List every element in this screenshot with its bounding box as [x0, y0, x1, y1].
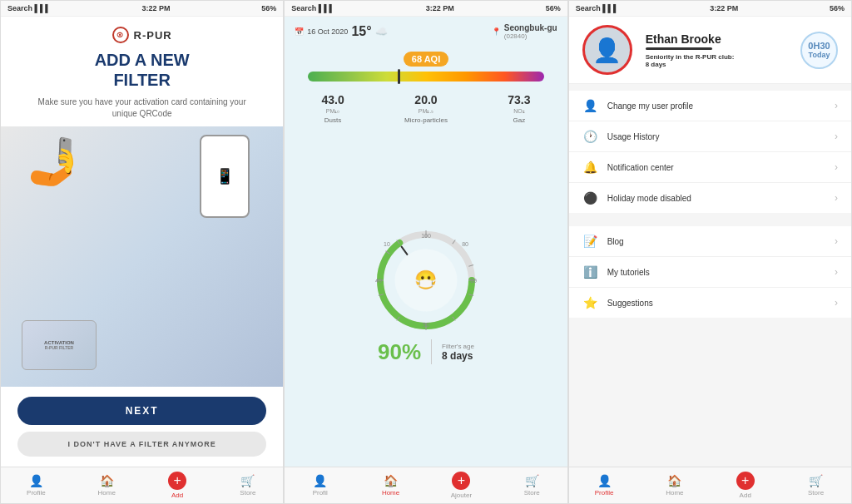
menu-label-tutorials: My tutoriels [607, 268, 826, 277]
nav-add-1[interactable]: + Add [142, 467, 213, 503]
pm10-sub: PM₁₀ [326, 108, 340, 115]
no2-sub: NO₂ [513, 108, 525, 115]
home-icon-3: 🏠 [667, 474, 681, 487]
status-time-1: 3:22 PM [141, 4, 170, 12]
nav-profile-1[interactable]: 👤 Profile [1, 467, 72, 503]
logo-icon: ⦿ [112, 27, 129, 43]
menu-item-tutorials[interactable]: ℹ️ My tutoriels › [569, 257, 851, 288]
usage-history-icon: 🕐 [582, 130, 599, 143]
logo-area: ⦿ R-PUR [112, 17, 172, 50]
gauge-label-right: 60 [470, 277, 477, 283]
no2-label: Gaz [513, 116, 526, 124]
pm25-sub: PM₂.₅ [419, 108, 433, 115]
aqi-badge: 68 AQI [404, 52, 448, 67]
profile-icon-1: 👤 [29, 474, 43, 487]
menu-item-notifications[interactable]: 🔔 Notification center › [569, 152, 851, 183]
weather-right: 📍 Seongbuk-gu (02840) [492, 23, 557, 40]
menu-item-holiday[interactable]: ⚫ Holiday mode disabled › [569, 183, 851, 213]
aqi-container: 68 AQI [285, 47, 567, 86]
filter-divider [431, 339, 432, 364]
holiday-icon: ⚫ [582, 191, 599, 205]
home-icon-1: 🏠 [100, 474, 114, 487]
location-info: Seongbuk-gu (02840) [504, 23, 557, 40]
pm10-label: Dusts [324, 116, 341, 124]
status-right-2: 56% [546, 4, 561, 12]
time-badge: 0H30 Today [800, 32, 838, 69]
next-button[interactable]: NEXT [17, 397, 266, 425]
menu-label-suggestions: Suggestions [607, 299, 826, 308]
store-icon-1: 🛒 [240, 474, 255, 487]
bottom-nav-1: 👤 Profile 🏠 Home + Add 🛒 Store [1, 467, 283, 503]
gauge-label-50: 50 [423, 322, 429, 328]
location-name: Seongbuk-gu [504, 23, 557, 32]
gauge-label-left: 40 [375, 277, 382, 283]
nav-label-add-3: Add [740, 492, 751, 499]
phone-mockup: 📱 [200, 135, 250, 218]
menu-section-2: 📝 Blog › ℹ️ My tutoriels › ⭐ Suggestions… [569, 226, 851, 318]
gauge-area: 😷 100 60 50 40 80 10 90% Filter's age 8 … [285, 127, 567, 467]
filter-illustration: 🤳 ACTIVATION R-PUR FILTER 📱 [1, 126, 283, 387]
status-right-3: 56% [830, 4, 845, 12]
status-left-1: Search ▌▌▌ [7, 4, 51, 12]
status-left-3: Search ▌▌▌ [576, 4, 619, 12]
location-code: (02840) [504, 32, 557, 40]
pm10-value: 43.0 [321, 93, 344, 106]
hand-icon: 🤳 [26, 135, 83, 189]
nav-home-2[interactable]: 🏠 Home [355, 467, 426, 503]
menu-item-blog[interactable]: 📝 Blog › [569, 226, 851, 257]
nav-label-home-3: Home [666, 489, 683, 497]
chevron-icon-2: › [835, 161, 838, 173]
nav-add-2[interactable]: + Ajouter [426, 467, 497, 503]
menu-label-blog: Blog [607, 237, 826, 246]
menu-item-suggestions[interactable]: ⭐ Suggestions › [569, 288, 851, 318]
gauge-svg: 😷 100 60 50 40 80 10 [372, 226, 480, 334]
panel-air-quality: Search ▌▌▌ 3:22 PM 56% 📅 16 Oct 2020 15°… [284, 0, 567, 504]
user-name: Ethan Brooke [646, 32, 787, 46]
profile-bar [646, 47, 712, 50]
chevron-icon-6: › [835, 297, 838, 309]
avatar: 👤 [582, 25, 632, 75]
add-icon-2: + [452, 472, 470, 490]
time-label: Today [809, 51, 830, 59]
seniority-text: Seniority in the R-PUR club: 8 days [646, 53, 787, 68]
pm25-value: 20.0 [414, 93, 437, 106]
panel-profile: Search ▌▌▌ 3:22 PM 56% 👤 Ethan Brooke Se… [568, 0, 852, 504]
menu-item-usage-history[interactable]: 🕐 Usage History › [569, 121, 851, 152]
nav-profile-3[interactable]: 👤 Profile [569, 467, 640, 503]
status-time-2: 3:22 PM [426, 4, 454, 12]
filter-percentage: 90% [378, 339, 421, 365]
menu-label-notifications: Notification center [607, 163, 826, 172]
pm25-label: Micro-particles [404, 116, 448, 124]
chevron-icon-4: › [835, 235, 838, 247]
activation-card: ACTIVATION R-PUR FILTER [22, 320, 97, 370]
nav-label-store-3: Store [808, 489, 824, 497]
date-display: 16 Oct 2020 [307, 27, 348, 36]
nav-store-1[interactable]: 🛒 Store [212, 467, 283, 503]
blog-icon: 📝 [582, 235, 599, 248]
nav-store-3[interactable]: 🛒 Store [780, 467, 851, 503]
no-filter-button[interactable]: I DON'T HAVE A FILTER ANYMORE [17, 432, 266, 457]
seniority-value: 8 days [646, 61, 666, 68]
metric-no2: 73.3 NO₂ Gaz [508, 93, 530, 124]
menu-label-usage-history: Usage History [607, 132, 826, 141]
aqi-bar [308, 72, 544, 82]
metric-pm10: 43.0 PM₁₀ Dusts [321, 93, 344, 124]
nav-add-3[interactable]: + Add [710, 467, 780, 503]
avatar-wrapper: 👤 [582, 25, 632, 75]
nav-store-2[interactable]: 🛒 Store [497, 467, 567, 503]
nav-label-home-2: Home [382, 489, 399, 497]
nav-label-add-1: Add [171, 492, 183, 499]
notification-icon: 🔔 [582, 161, 599, 174]
time-value: 0H30 [808, 41, 830, 51]
weather-bar: 📅 16 Oct 2020 15° ☁️ 📍 Seongbuk-gu (0284… [285, 17, 567, 47]
logo-text: R-PUR [134, 29, 172, 42]
battery-1: 56% [261, 4, 276, 12]
suggestions-icon: ⭐ [582, 296, 599, 309]
search-signal: Search ▌▌▌ [7, 4, 51, 12]
nav-home-1[interactable]: 🏠 Home [72, 467, 142, 503]
nav-profil-2[interactable]: 👤 Profil [285, 467, 355, 503]
button-area: NEXT I DON'T HAVE A FILTER ANYMORE [1, 387, 283, 467]
menu-item-change-profile[interactable]: 👤 Change my user profile › [569, 91, 851, 121]
store-icon-3: 🛒 [809, 474, 823, 487]
nav-home-3[interactable]: 🏠 Home [639, 467, 710, 503]
